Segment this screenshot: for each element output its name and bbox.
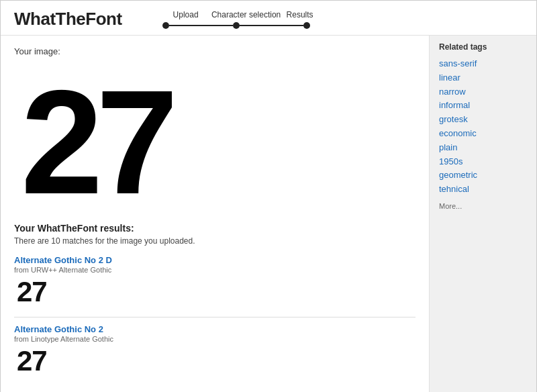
more-tags-link[interactable]: More... [439, 202, 527, 210]
nav-steps: Upload Character selection Results [162, 10, 317, 29]
tag-link-tehnical[interactable]: tehnical [439, 183, 527, 197]
your-image-label: Your image: [14, 46, 416, 56]
tag-link-plain[interactable]: plain [439, 141, 527, 155]
font-name-link-2[interactable]: Alternate Gothic No 2 [14, 324, 416, 334]
results-subtitle: There are 10 matches for the image you u… [14, 236, 416, 246]
tag-link-grotesk[interactable]: grotesk [439, 113, 527, 127]
sidebar: Related tags sans-seriflinearnarrowinfor… [429, 36, 536, 392]
step-dot-upload [162, 22, 169, 29]
tags-list: sans-seriflinearnarrowinformalgroteskeco… [439, 57, 527, 197]
header: WhatTheFont Upload Character selection R… [1, 1, 536, 36]
tag-link-linear[interactable]: linear [439, 71, 527, 85]
tag-link-1950s[interactable]: 1950s [439, 155, 527, 169]
results-title: Your WhatTheFont results: [14, 223, 416, 234]
tag-link-narrow[interactable]: narrow [439, 85, 527, 99]
font-preview-1: 27 [17, 278, 416, 306]
step-label-character[interactable]: Character selection [209, 10, 283, 19]
step-label-results[interactable]: Results [283, 10, 317, 19]
tag-link-economic[interactable]: economic [439, 127, 527, 141]
step-dot-character [233, 22, 240, 29]
font-preview-2: 27 [17, 347, 416, 375]
font-source-2: from Linotype Alternate Gothic [14, 335, 416, 343]
uploaded-image-preview: 27 [14, 62, 416, 223]
font-source-1: from URW++ Alternate Gothic [14, 266, 416, 274]
step-label-upload[interactable]: Upload [162, 10, 209, 19]
font-result-1: Alternate Gothic No 2 D from URW++ Alter… [14, 255, 416, 306]
tag-link-geometric[interactable]: geometric [439, 168, 527, 183]
tag-link-sans-serif[interactable]: sans-serif [439, 57, 527, 71]
step-line-1 [169, 25, 233, 26]
content-area: Your image: 27 Your WhatTheFont results:… [1, 36, 429, 392]
logo[interactable]: WhatTheFont [14, 9, 122, 30]
step-line-2 [240, 25, 303, 26]
font-divider-1 [14, 317, 416, 317]
font-name-link-1[interactable]: Alternate Gothic No 2 D [14, 255, 416, 265]
related-tags-title: Related tags [439, 42, 527, 52]
big-number-display: 27 [21, 62, 416, 223]
font-result-2: Alternate Gothic No 2 from Linotype Alte… [14, 324, 416, 375]
main-content: Your image: 27 Your WhatTheFont results:… [1, 36, 536, 392]
step-dot-results [303, 22, 310, 29]
steps-labels: Upload Character selection Results [162, 10, 317, 19]
tag-link-informal[interactable]: informal [439, 99, 527, 113]
steps-dots [162, 22, 317, 29]
